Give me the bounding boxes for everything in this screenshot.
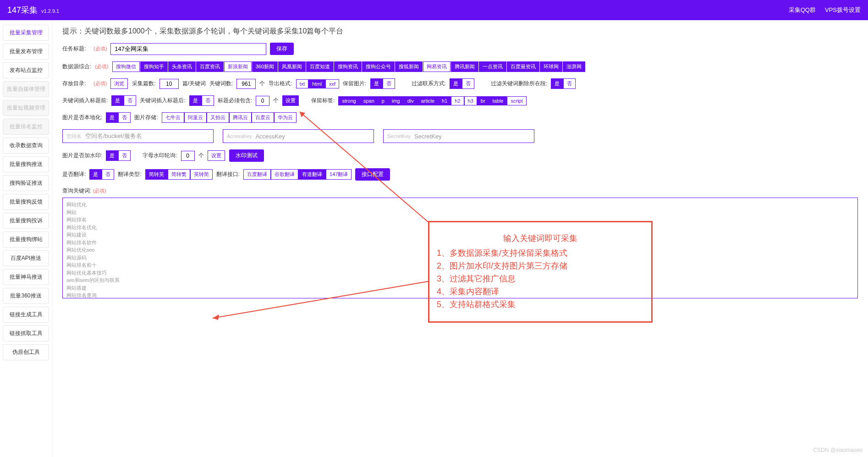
html-tag-option[interactable]: h3 [464, 96, 477, 105]
api-config-button[interactable]: 接口配置 [355, 168, 390, 181]
trans-yes[interactable]: 是 [89, 169, 102, 180]
cloud-tag[interactable]: 阿里云 [184, 112, 207, 123]
browse-button[interactable]: 浏览 [110, 78, 128, 89]
html-tag-option[interactable]: script [507, 96, 526, 105]
wm-set-button[interactable]: 设置 [208, 150, 225, 161]
html-tag-option[interactable]: article [418, 96, 438, 105]
translate-api-tag[interactable]: 147翻译 [326, 169, 352, 180]
sidebar-item[interactable]: 链接抓取工具 [3, 325, 49, 341]
storage-label: 存放目录: [62, 80, 90, 88]
source-tag[interactable]: 360新闻 [252, 61, 278, 72]
translate-api-tag[interactable]: 谷歌翻译 [271, 169, 298, 180]
filter-yes[interactable]: 是 [551, 78, 563, 89]
source-tag[interactable]: 环球网 [540, 61, 562, 72]
source-tag[interactable]: 凤凰新闻 [278, 61, 306, 72]
space-label: 空间名 [66, 133, 82, 140]
source-tag[interactable]: 头条资讯 [168, 61, 196, 72]
keep-img-yes[interactable]: 是 [370, 78, 383, 89]
sidebar-item[interactable]: 伪原创工具 [3, 344, 49, 360]
count-input[interactable] [159, 79, 179, 89]
accesskey-input[interactable]: AccessKey AccessKey [223, 129, 374, 143]
translate-api-tag[interactable]: 有道翻译 [298, 169, 326, 180]
format-tag[interactable]: xxf [325, 79, 339, 88]
sidebar-item[interactable]: 批量搜狗反馈 [3, 194, 49, 210]
html-tag-option[interactable]: table [489, 96, 507, 105]
html-tag-option[interactable]: img [388, 96, 404, 105]
must-input[interactable] [256, 96, 269, 106]
ak-label: AccessKey [227, 133, 252, 139]
sidebar-item[interactable]: 链接生成工具 [3, 307, 49, 323]
source-tag[interactable]: 澎湃网 [563, 61, 585, 72]
must-set-button[interactable]: 设置 [282, 95, 299, 106]
html-tag-option[interactable]: h2 [451, 96, 464, 105]
app-title: 147采集 [7, 5, 38, 16]
cloud-tag[interactable]: 又拍云 [207, 112, 229, 123]
task-title-input[interactable] [110, 43, 266, 55]
contact-no[interactable]: 否 [462, 78, 474, 89]
header-link-qq[interactable]: 采集QQ群 [789, 6, 816, 14]
sidebar-item[interactable]: 批量搜狗绑站 [3, 231, 49, 248]
sidebar-item[interactable]: 收录数据查询 [3, 138, 49, 154]
trans-no[interactable]: 否 [102, 169, 114, 180]
sidebar-item[interactable]: 百度API推送 [3, 250, 49, 266]
sidebar-item[interactable]: 搜狗验证推送 [3, 175, 49, 191]
translate-type-tag[interactable]: 简转繁 [168, 169, 190, 180]
save-button[interactable]: 保存 [270, 43, 294, 55]
cloud-tag[interactable]: 华为云 [274, 112, 297, 123]
before-yes[interactable]: 是 [111, 95, 124, 106]
rot-input[interactable] [181, 151, 195, 161]
html-tag-option[interactable]: br [477, 96, 489, 105]
header-link-vps[interactable]: VPS拨号设置 [825, 6, 861, 14]
translate-type-tag[interactable]: 简转英 [145, 169, 168, 180]
fmt-label: 导出格式: [269, 80, 292, 88]
sidebar-item[interactable]: 批量采集管理 [3, 25, 49, 41]
html-tag-option[interactable]: strong [338, 96, 360, 105]
source-tag[interactable]: 搜狗微信 [112, 61, 140, 72]
sidebar-item[interactable]: 批量发布管理 [3, 44, 49, 60]
source-tag[interactable]: 网易资讯 [423, 61, 450, 72]
source-tag[interactable]: 搜狐新闻 [395, 61, 423, 72]
html-tag-option[interactable]: h1 [438, 96, 451, 105]
sidebar-item[interactable]: 批量搜狗推送 [3, 156, 49, 172]
source-tag[interactable]: 腾讯新闻 [451, 61, 478, 72]
sources-required: (必填) [95, 63, 108, 70]
translate-type-tag[interactable]: 英转简 [190, 169, 213, 180]
html-tag-option[interactable]: p [378, 96, 388, 105]
wm-no[interactable]: 否 [118, 150, 131, 161]
sidebar-item[interactable]: 发布站点监控 [3, 62, 49, 78]
keep-img-no[interactable]: 否 [383, 78, 395, 89]
html-tag-option[interactable]: span [360, 96, 378, 105]
filter-no[interactable]: 否 [563, 78, 576, 89]
secretkey-input[interactable]: SecretKey SecretKey [383, 129, 534, 143]
cloud-tag[interactable]: 七牛云 [162, 112, 184, 123]
sidebar-item[interactable]: 批量搜狗投诉 [3, 213, 49, 229]
space-input[interactable]: 空间名 空间名/bucket/服务名 [62, 129, 214, 143]
source-tag[interactable]: 百度知道 [306, 61, 334, 72]
contact-yes[interactable]: 是 [450, 78, 462, 89]
after-yes[interactable]: 是 [189, 95, 202, 106]
after-no[interactable]: 否 [202, 95, 214, 106]
source-tag[interactable]: 一点资讯 [479, 61, 506, 72]
html-tag-option[interactable]: div [404, 96, 418, 105]
annotation-line: 1、多数据源采集/支持保留采集格式 [437, 248, 644, 259]
kw-count-unit: 个 [259, 80, 265, 88]
source-tag[interactable]: 搜狗公众号 [362, 61, 395, 72]
source-tag[interactable]: 百度最资讯 [507, 61, 539, 72]
source-tag[interactable]: 百度资讯 [196, 61, 224, 72]
cloud-tag[interactable]: 腾讯云 [229, 112, 252, 123]
source-tag[interactable]: 搜狗知乎 [140, 61, 168, 72]
kw-count-input[interactable] [236, 79, 256, 89]
sidebar-item[interactable]: 批量360推送 [3, 288, 49, 304]
wm-test-button[interactable]: 水印测试 [229, 149, 264, 162]
sidebar-item[interactable]: 批量神马推送 [3, 269, 49, 285]
source-tag[interactable]: 新浪新闻 [224, 61, 252, 72]
translate-api-tag[interactable]: 百度翻译 [243, 169, 271, 180]
before-no[interactable]: 否 [124, 95, 136, 106]
format-tag[interactable]: html [308, 79, 325, 88]
local-yes[interactable]: 是 [106, 112, 118, 123]
cloud-tag[interactable]: 百度云 [252, 112, 274, 123]
format-tag[interactable]: txt [296, 79, 309, 88]
source-tag[interactable]: 搜狗资讯 [334, 61, 362, 72]
local-no[interactable]: 否 [118, 112, 131, 123]
wm-yes[interactable]: 是 [106, 150, 118, 161]
